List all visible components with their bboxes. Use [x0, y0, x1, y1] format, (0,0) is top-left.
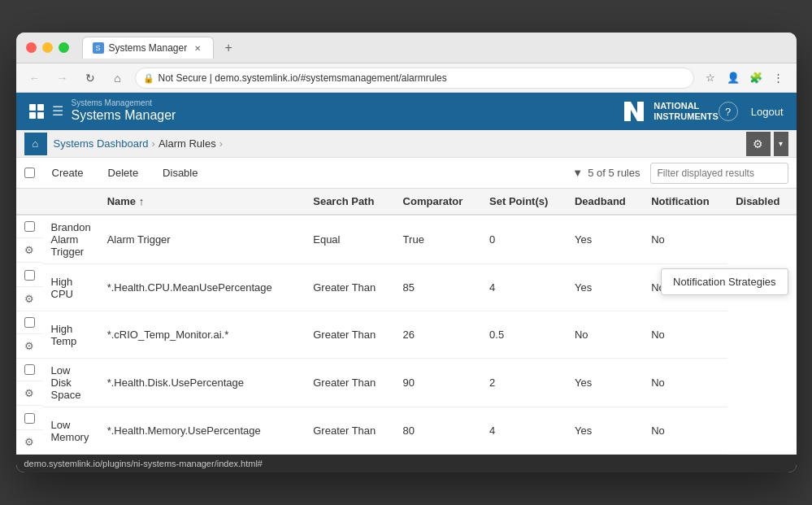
filter-input[interactable]	[650, 163, 788, 184]
row-checkbox-4[interactable]	[24, 413, 35, 424]
close-button[interactable]	[26, 42, 37, 53]
row-checkbox-1[interactable]	[24, 270, 35, 281]
table-row: ⚙ Brandon Alarm Trigger Alarm Trigger Eq…	[16, 215, 797, 264]
row-set-points-0: True	[395, 215, 482, 264]
ni-logo-svg	[621, 98, 647, 124]
reload-button[interactable]: ↻	[80, 67, 101, 89]
row-set-points-3: 90	[395, 359, 482, 407]
active-tab[interactable]: S Systems Manager ✕	[82, 37, 215, 59]
tab-title: Systems Manager	[109, 42, 188, 54]
row-checkbox-3[interactable]	[24, 364, 35, 375]
row-notification-2: No	[567, 311, 643, 359]
ni-logo: NATIONALINSTRUMENTS	[621, 98, 718, 124]
row-checkbox-cell	[16, 311, 43, 334]
row-search-path-3: *.Health.Disk.UsePercentage	[99, 359, 306, 407]
row-name-1: High CPU	[43, 264, 99, 311]
row-search-path-0: Alarm Trigger	[99, 215, 306, 264]
row-comparator-0: Equal	[305, 215, 394, 264]
maximize-button[interactable]	[59, 42, 69, 53]
tab-close-button[interactable]: ✕	[192, 42, 203, 54]
hamburger-menu-icon[interactable]: ☰	[52, 103, 63, 119]
breadcrumb-alarm-rules: Alarm Rules	[158, 137, 216, 150]
bookmark-icon[interactable]: ☆	[701, 68, 720, 88]
row-deadband-4: 4	[481, 407, 567, 455]
toolbar: Create Delete Disable ▼ 5 of 5 rules	[16, 158, 797, 189]
row-disabled-3: No	[643, 359, 727, 407]
table-body: ⚙ Brandon Alarm Trigger Alarm Trigger Eq…	[16, 215, 797, 455]
row-gear-cell-1[interactable]: ⚙	[16, 287, 43, 311]
title-bar: S Systems Manager ✕ +	[16, 33, 797, 63]
back-button[interactable]: ←	[24, 67, 46, 89]
breadcrumb-bar: ⌂ Systems Dashboard › Alarm Rules › ⚙ ▾	[16, 130, 797, 158]
filter-count: 5 of 5 rules	[588, 167, 640, 179]
col-header-disabled: Disabled	[727, 189, 796, 215]
table-row: ⚙ Low Disk Space *.Health.Disk.UsePercen…	[16, 359, 797, 407]
row-gear-cell-2[interactable]: ⚙	[16, 334, 43, 359]
row-notification-4: Yes	[567, 407, 643, 455]
notification-tooltip[interactable]: Notification Strategies	[661, 268, 788, 295]
new-tab-button[interactable]: +	[219, 38, 238, 58]
row-deadband-2: 0.5	[481, 311, 567, 359]
address-bar: ← → ↻ ⌂ 🔒 Not Secure | demo.systemlink.i…	[16, 63, 797, 93]
row-gear-cell-4[interactable]: ⚙	[16, 430, 43, 455]
lock-icon: 🔒	[143, 72, 154, 83]
col-header-name[interactable]: Name ↑	[99, 189, 306, 215]
extensions-icon[interactable]: 🧩	[746, 68, 766, 88]
row-notification-1: Yes	[567, 264, 643, 311]
settings-dropdown-button[interactable]: ▾	[774, 132, 788, 156]
row-checkbox-cell	[16, 215, 43, 238]
logout-button[interactable]: Logout	[751, 106, 784, 118]
row-gear-cell-3[interactable]: ⚙	[16, 381, 43, 406]
create-button[interactable]: Create	[41, 163, 94, 183]
row-search-path-2: *.cRIO_Temp_Monitor.ai.*	[99, 311, 306, 359]
row-checkbox-0[interactable]	[24, 221, 35, 232]
select-all-checkbox[interactable]	[24, 168, 35, 178]
col-header-deadband: Deadband	[567, 189, 643, 215]
col-header-search-path: Search Path	[305, 189, 394, 215]
status-bar: demo.systemlink.io/plugins/ni-systems-ma…	[16, 455, 797, 472]
address-actions: ☆ 👤 🧩 ⋮	[701, 68, 788, 88]
disable-button[interactable]: Disable	[152, 163, 208, 183]
breadcrumb-sep-2: ›	[219, 137, 223, 150]
address-input[interactable]: Not Secure | demo.systemlink.io/#systems…	[135, 67, 694, 89]
row-name-2: High Temp	[43, 311, 99, 359]
col-header-checkbox	[16, 189, 43, 215]
home-nav-button[interactable]: ⌂	[107, 67, 128, 89]
minimize-button[interactable]	[42, 42, 53, 53]
forward-button[interactable]: →	[52, 67, 73, 89]
row-deadband-1: 4	[481, 264, 567, 311]
profile-icon[interactable]: 👤	[723, 68, 743, 88]
row-name-3: Low Disk Space	[43, 359, 99, 407]
app-title-group: Systems Management Systems Manager	[72, 99, 176, 124]
row-disabled-0: No	[643, 215, 727, 264]
help-button[interactable]: ?	[719, 102, 738, 121]
tab-bar: S Systems Manager ✕ +	[82, 37, 787, 59]
table-row: ⚙ High Temp *.cRIO_Temp_Monitor.ai.* Gre…	[16, 311, 797, 359]
home-breadcrumb-button[interactable]: ⌂	[24, 133, 47, 155]
col-header-gear	[43, 189, 99, 215]
app-header-left: ☰ Systems Management Systems Manager	[29, 99, 622, 124]
row-checkbox-cell	[16, 264, 43, 287]
row-gear-cell-0[interactable]: ⚙	[16, 238, 43, 263]
address-wrapper: 🔒 Not Secure | demo.systemlink.io/#syste…	[135, 67, 694, 89]
settings-gear-button[interactable]: ⚙	[746, 132, 771, 156]
tab-favicon: S	[93, 42, 104, 54]
row-set-points-2: 26	[395, 311, 482, 359]
row-checkbox-2[interactable]	[24, 317, 35, 328]
row-set-points-4: 80	[395, 407, 482, 455]
breadcrumb-systems-dashboard[interactable]: Systems Dashboard	[54, 137, 149, 150]
table-header-row: Name ↑ Search Path Comparator Set Point(…	[16, 189, 797, 215]
row-notification-3: Yes	[567, 359, 643, 407]
alarm-rules-table: Name ↑ Search Path Comparator Set Point(…	[16, 189, 797, 455]
row-search-path-4: *.Health.Memory.UsePercentage	[99, 407, 306, 455]
table-row: ⚙ Low Memory *.Health.Memory.UsePercenta…	[16, 407, 797, 455]
delete-button[interactable]: Delete	[98, 163, 150, 183]
row-comparator-2: Greater Than	[305, 311, 394, 359]
row-name-4: Low Memory	[43, 407, 99, 455]
col-header-notification: Notification	[643, 189, 727, 215]
grid-menu-icon[interactable]	[29, 104, 44, 119]
browser-menu-button[interactable]: ⋮	[769, 68, 788, 88]
row-name-0: Brandon Alarm Trigger	[43, 215, 99, 264]
ni-logo-text: NATIONALINSTRUMENTS	[654, 101, 718, 122]
row-disabled-2: No	[643, 311, 727, 359]
